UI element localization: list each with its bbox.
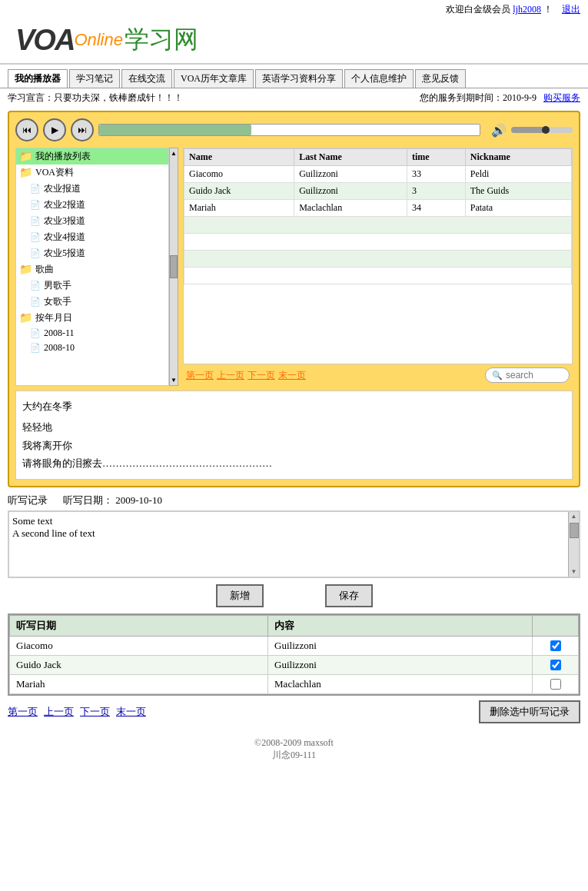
- tab-online-exchange[interactable]: 在线交流: [121, 69, 172, 88]
- playlist-item-2008-10[interactable]: 📄 2008-10: [16, 341, 168, 355]
- table-row[interactable]: Mariah Maclachlan 34 Patata: [184, 200, 572, 217]
- player-controls: ⏮ ▶ ⏭ 🔊: [15, 118, 573, 141]
- tab-english-resources[interactable]: 英语学习资料分享: [255, 69, 343, 88]
- bottom-table-row: Mariah Maclachlan: [10, 674, 579, 693]
- bottom-table-container: 听写日期 内容 Giacomo Guilizzoni Guido Jack Gu…: [8, 613, 580, 696]
- file-icon: 📄: [30, 200, 41, 210]
- scrollbar-up[interactable]: ▲: [571, 512, 577, 521]
- table-row-empty: [184, 251, 572, 268]
- cell-lastname: Guilizzoni: [294, 166, 407, 183]
- table-row-empty: [184, 217, 572, 234]
- playlist-scrollbar[interactable]: ▲ ▼: [169, 148, 178, 386]
- bottom-cell-check: [533, 636, 579, 655]
- bottom-cell-content: Guilizzoni: [268, 655, 533, 674]
- forward-button[interactable]: ⏭: [71, 118, 94, 141]
- cell-name: Mariah: [184, 200, 294, 217]
- dictation-textarea[interactable]: [9, 512, 579, 573]
- cell-lastname: Guilizzoni: [294, 183, 407, 200]
- tab-my-player[interactable]: 我的播放器: [8, 69, 68, 88]
- bottom-page-links: 第一页 上一页 下一页 末一页: [8, 705, 146, 719]
- table-row-empty: [184, 234, 572, 251]
- scrollbar-down[interactable]: ▼: [571, 567, 577, 577]
- row-checkbox-2[interactable]: [550, 660, 561, 670]
- lyrics-line2: 我将离开你: [22, 437, 566, 454]
- file-icon: 📄: [30, 328, 41, 338]
- cell-lastname: Maclachlan: [294, 200, 407, 217]
- row-checkbox-1[interactable]: [550, 640, 561, 651]
- rewind-button[interactable]: ⏮: [15, 118, 38, 141]
- volume-slider[interactable]: [511, 127, 573, 133]
- play-button[interactable]: ▶: [43, 118, 66, 141]
- footer-license: 川念09-111: [8, 749, 580, 762]
- tab-study-notes[interactable]: 学习笔记: [69, 69, 120, 88]
- playlist-item-farm4[interactable]: 📄 农业4报道: [16, 229, 168, 245]
- playlist-item-by-date[interactable]: 📁 按年月日: [16, 310, 168, 326]
- row-checkbox-3[interactable]: [550, 679, 561, 690]
- bottom-first-page[interactable]: 第一页: [8, 705, 38, 719]
- save-button[interactable]: 保存: [325, 584, 373, 607]
- tab-voa-archive[interactable]: VOA历年文章库: [174, 69, 254, 88]
- table-next-page[interactable]: 下一页: [247, 369, 275, 382]
- tab-personal-info[interactable]: 个人信息维护: [344, 69, 414, 88]
- cell-name: Giacomo: [184, 166, 294, 183]
- cell-nickname: Peldi: [465, 166, 571, 183]
- cell-nickname: Patata: [465, 200, 571, 217]
- playlist-item-female-singer[interactable]: 📄 女歌手: [16, 294, 168, 310]
- bottom-cell-date: Giacomo: [10, 636, 268, 655]
- buy-service-link[interactable]: 购买服务: [543, 92, 580, 103]
- playlist-item-farm1[interactable]: 📄 农业报道: [16, 181, 168, 197]
- dictation-date: 2009-10-10: [115, 494, 162, 506]
- playlist-item-farm5[interactable]: 📄 农业5报道: [16, 245, 168, 261]
- playlist-item-songs[interactable]: 📁 歌曲: [16, 261, 168, 278]
- table-pagination: 第一页 上一页 下一页 末一页 🔍: [183, 364, 573, 386]
- playlist-item-2008-11[interactable]: 📄 2008-11: [16, 326, 168, 341]
- scrollbar-up-arrow[interactable]: ▲: [171, 150, 177, 157]
- playlist-item-farm3[interactable]: 📄 农业3报道: [16, 213, 168, 229]
- volume-knob[interactable]: [542, 126, 550, 134]
- volume-icon: 🔊: [491, 123, 507, 138]
- separator: ！: [543, 4, 553, 15]
- bottom-pagination: 第一页 上一页 下一页 末一页 删除选中听写记录: [8, 700, 580, 723]
- col-name: Name: [184, 149, 294, 166]
- tab-feedback[interactable]: 意见反馈: [415, 69, 466, 88]
- delete-button[interactable]: 删除选中听写记录: [479, 700, 580, 723]
- bottom-next-page[interactable]: 下一页: [80, 705, 110, 719]
- username-link[interactable]: ljh2008: [513, 4, 541, 15]
- bottom-cell-check: [533, 655, 579, 674]
- table-first-page[interactable]: 第一页: [186, 369, 214, 382]
- table-prev-page[interactable]: 上一页: [217, 369, 244, 382]
- dictation-scrollbar[interactable]: ▲ ▼: [568, 512, 579, 577]
- file-icon: 📄: [30, 184, 41, 194]
- col-lastname: Last Name: [294, 149, 407, 166]
- playlist-item-farm2[interactable]: 📄 农业2报道: [16, 197, 168, 213]
- playlist-item-voa[interactable]: 📁 VOA资料: [16, 165, 168, 181]
- bottom-last-page[interactable]: 末一页: [116, 705, 146, 719]
- scrollbar-down-arrow[interactable]: ▼: [171, 377, 177, 384]
- file-icon: 📄: [30, 343, 41, 353]
- playlist-item-male-singer[interactable]: 📄 男歌手: [16, 278, 168, 294]
- data-table: Name Last Name time Nickname Giacomo Gui…: [184, 148, 572, 284]
- scrollbar-thumb[interactable]: [170, 255, 178, 278]
- bottom-table-row: Guido Jack Guilizzoni: [10, 655, 579, 674]
- rewind-icon: ⏮: [22, 125, 32, 136]
- bottom-prev-page[interactable]: 上一页: [44, 705, 74, 719]
- dictation-header: 听写记录 听写日期： 2009-10-10: [8, 494, 580, 507]
- logout-link[interactable]: 退出: [562, 4, 580, 15]
- table-last-page[interactable]: 末一页: [278, 369, 306, 382]
- playlist-item-my-list[interactable]: 📁 我的播放列表: [16, 148, 168, 165]
- cell-time: 34: [407, 200, 465, 217]
- logo-area: VOA Online 学习网: [0, 19, 588, 65]
- table-row[interactable]: Guido Jack Guilizzoni 3 The Guids: [184, 183, 572, 200]
- folder-icon: 📁: [19, 311, 32, 324]
- footer-copyright: ©2008-2009 maxsoft: [8, 737, 580, 749]
- search-input[interactable]: [506, 370, 567, 381]
- file-icon: 📄: [30, 281, 41, 291]
- scrollbar-thumb[interactable]: [570, 523, 579, 538]
- progress-bar[interactable]: [98, 124, 480, 136]
- add-button[interactable]: 新增: [216, 584, 264, 607]
- bottom-cell-content: Guilizzoni: [268, 636, 533, 655]
- logo-chinese: 学习网: [125, 23, 198, 57]
- file-icon: 📄: [30, 232, 41, 242]
- file-icon: 📄: [30, 297, 41, 307]
- table-row[interactable]: Giacomo Guilizzoni 33 Peldi: [184, 166, 572, 183]
